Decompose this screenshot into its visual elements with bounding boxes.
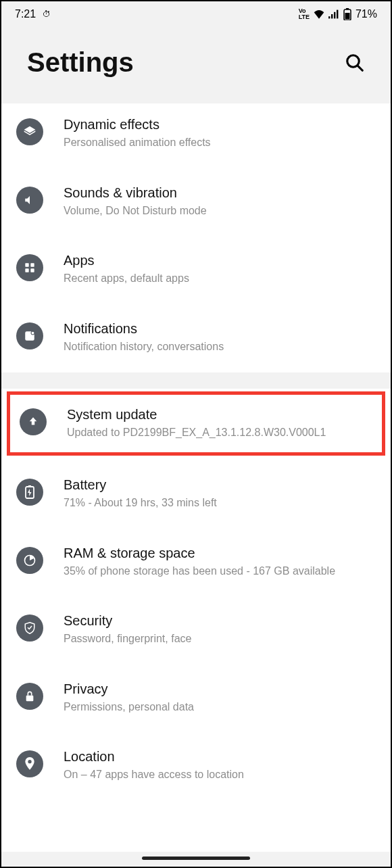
item-title: Apps bbox=[64, 253, 376, 268]
highlight-box: System update Updated to PD2199BF_EX_A_1… bbox=[7, 391, 385, 456]
item-title: Security bbox=[64, 613, 376, 629]
item-subtitle: Updated to PD2199BF_EX_A_13.1.12.8.W30.V… bbox=[67, 425, 372, 440]
speaker-icon bbox=[16, 187, 43, 214]
home-indicator[interactable] bbox=[142, 857, 250, 860]
item-title: Location bbox=[64, 749, 376, 765]
settings-item-apps[interactable]: Apps Recent apps, default apps bbox=[1, 231, 391, 299]
notification-icon bbox=[16, 322, 43, 349]
settings-item-dynamic-effects[interactable]: Dynamic effects Personalised animation e… bbox=[1, 103, 391, 164]
svg-rect-3 bbox=[337, 10, 338, 19]
item-title: Dynamic effects bbox=[64, 117, 376, 132]
svg-rect-1 bbox=[331, 14, 333, 18]
settings-item-storage[interactable]: RAM & storage space 35% of phone storage… bbox=[1, 524, 391, 592]
settings-item-sounds[interactable]: Sounds & vibration Volume, Do Not Distur… bbox=[1, 164, 391, 232]
upload-arrow-icon bbox=[20, 408, 47, 435]
svg-rect-0 bbox=[328, 16, 330, 18]
svg-point-15 bbox=[32, 331, 34, 334]
page-title: Settings bbox=[27, 47, 134, 78]
signal-icon bbox=[328, 9, 339, 19]
svg-point-20 bbox=[28, 760, 31, 763]
item-subtitle: 35% of phone storage has been used - 167… bbox=[64, 564, 376, 579]
item-title: Battery bbox=[64, 477, 376, 493]
apps-grid-icon bbox=[16, 254, 43, 281]
item-subtitle: Permissions, personal data bbox=[64, 700, 376, 715]
item-subtitle: Password, fingerprint, face bbox=[64, 631, 376, 646]
alarm-icon: ⏱ bbox=[43, 9, 51, 19]
status-bar: 7:21 ⏱ VoLTE 71% bbox=[1, 1, 391, 27]
item-title: Sounds & vibration bbox=[64, 185, 376, 201]
settings-item-battery[interactable]: Battery 71% - About 19 hrs, 33 mins left bbox=[1, 458, 391, 524]
item-subtitle: Notification history, conversations bbox=[64, 339, 376, 354]
location-pin-icon bbox=[16, 750, 43, 777]
svg-rect-10 bbox=[30, 264, 34, 267]
svg-rect-2 bbox=[334, 12, 335, 19]
battery-icon bbox=[343, 8, 351, 20]
svg-rect-6 bbox=[345, 13, 349, 20]
volte-icon: VoLTE bbox=[299, 8, 310, 20]
battery-charging-icon bbox=[16, 479, 43, 506]
settings-item-security[interactable]: Security Password, fingerprint, face bbox=[1, 592, 391, 660]
settings-item-location[interactable]: Location On – 47 apps have access to loc… bbox=[1, 727, 391, 796]
settings-item-notifications[interactable]: Notifications Notification history, conv… bbox=[1, 299, 391, 373]
svg-rect-12 bbox=[30, 269, 34, 272]
svg-rect-11 bbox=[25, 269, 28, 272]
item-subtitle: Volume, Do Not Disturb mode bbox=[64, 203, 376, 218]
settings-header: Settings bbox=[1, 27, 391, 103]
item-title: RAM & storage space bbox=[64, 546, 376, 561]
status-time: 7:21 bbox=[15, 8, 36, 20]
item-title: Privacy bbox=[64, 681, 376, 697]
svg-rect-9 bbox=[25, 264, 28, 267]
search-button[interactable] bbox=[345, 53, 365, 73]
svg-rect-19 bbox=[26, 695, 34, 701]
item-title: Notifications bbox=[64, 321, 376, 337]
svg-line-8 bbox=[358, 66, 362, 70]
section-divider bbox=[1, 372, 391, 389]
layers-icon bbox=[16, 118, 43, 145]
item-subtitle: Personalised animation effects bbox=[64, 135, 376, 150]
settings-item-system-update[interactable]: System update Updated to PD2199BF_EX_A_1… bbox=[10, 395, 382, 452]
pie-chart-icon bbox=[16, 547, 43, 574]
settings-item-privacy[interactable]: Privacy Permissions, personal data bbox=[1, 660, 391, 728]
battery-pct: 71% bbox=[356, 8, 377, 20]
item-subtitle: 71% - About 19 hrs, 33 mins left bbox=[64, 496, 376, 510]
wifi-icon bbox=[314, 9, 324, 19]
item-subtitle: Recent apps, default apps bbox=[64, 271, 376, 286]
lock-icon bbox=[16, 683, 43, 710]
item-title: System update bbox=[67, 407, 372, 423]
item-subtitle: On – 47 apps have access to location bbox=[64, 767, 376, 782]
shield-icon bbox=[16, 614, 43, 642]
